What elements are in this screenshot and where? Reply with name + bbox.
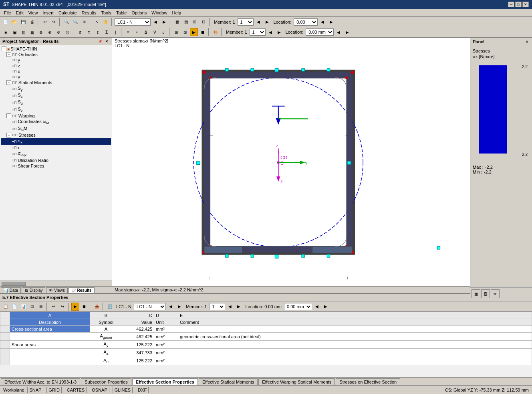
tb-zoom-in[interactable]: 🔍 xyxy=(62,18,71,26)
tree-item-sigma-eqv[interactable]: ○⊓ σeqv xyxy=(1,150,111,157)
tb2-icon10[interactable]: τ xyxy=(85,28,93,36)
tb-next-member[interactable]: ▶ xyxy=(263,18,271,26)
col-header-c[interactable]: C xyxy=(122,312,154,319)
panel-pin[interactable]: 📌 xyxy=(97,38,103,44)
col-header-e[interactable]: E xyxy=(178,312,532,319)
status-snap[interactable]: SNAP xyxy=(27,387,43,393)
panel-close-btn[interactable]: ✕ xyxy=(524,39,530,44)
tb2-location-combo[interactable]: 0.00 mm xyxy=(306,28,334,36)
tb-next-loc[interactable]: ▶ xyxy=(327,18,335,26)
tb-print[interactable]: 🖨 xyxy=(28,18,36,26)
bt-next-loc[interactable]: ▶ xyxy=(322,303,330,311)
maximize-button[interactable]: □ xyxy=(515,2,522,7)
tree-item-util[interactable]: ○⊓ Utilization Ratio xyxy=(1,158,111,163)
tb2-icon16[interactable]: Δ xyxy=(142,28,150,36)
status-osnap[interactable]: OSNAP xyxy=(90,387,109,393)
tree-item-z[interactable]: ○⊓ z xyxy=(1,63,111,69)
location-combo[interactable]: 0.00 xyxy=(294,18,318,26)
bt-member-combo[interactable]: 1 xyxy=(209,303,225,310)
tb-icon-b[interactable]: ▤ xyxy=(182,18,190,26)
bt-icon8[interactable]: ▶ xyxy=(71,303,79,311)
tb2-icon3[interactable]: ▥ xyxy=(19,28,27,36)
bt-prev-m[interactable]: ◀ xyxy=(226,303,234,311)
tree-item-sv[interactable]: ○⊓ Sv xyxy=(1,106,111,113)
tree-item-y[interactable]: ○⊓ y xyxy=(1,57,111,63)
menu-view[interactable]: View xyxy=(26,10,40,16)
hscroll-thumb[interactable] xyxy=(2,282,26,286)
tab-subsection[interactable]: Subsection Properties xyxy=(81,378,131,385)
tb-save[interactable]: 💾 xyxy=(19,18,27,26)
panel-close[interactable]: ✕ xyxy=(104,38,109,44)
tb-new[interactable]: 📄 xyxy=(2,18,10,26)
tb-prev-member[interactable]: ◀ xyxy=(254,18,262,26)
member-combo[interactable]: 1 xyxy=(238,18,254,26)
bt-location-combo[interactable]: 0.00 mm xyxy=(284,303,312,310)
expand-stresses[interactable]: − xyxy=(6,133,11,137)
bt-lc-combo[interactable]: LC1 - N xyxy=(134,303,166,310)
col-header-a[interactable]: A xyxy=(10,312,90,319)
tree-item-su[interactable]: ○⊓ Su xyxy=(1,99,111,106)
tb2-icon19[interactable]: ⊞ xyxy=(172,28,180,36)
tb-select[interactable]: ↖ xyxy=(93,18,101,26)
tb2-prev-m[interactable]: ◀ xyxy=(266,28,274,36)
bt-prev-lc[interactable]: ◀ xyxy=(167,303,175,311)
tree-item-stresses[interactable]: − ⊓⊓ Stresses xyxy=(1,132,111,138)
menu-window[interactable]: Window xyxy=(149,10,169,16)
bt-next-m[interactable]: ▶ xyxy=(235,303,243,311)
tree-item-shape-thin[interactable]: − ■ SHAPE-THIN xyxy=(1,46,111,52)
status-cartes[interactable]: CARTES xyxy=(65,387,87,393)
canvas-viewport[interactable]: CG C z y z xyxy=(112,49,470,286)
lc-combo[interactable]: LC1 - N xyxy=(115,18,151,26)
tree-item-v[interactable]: ○⊓ v xyxy=(1,74,111,80)
tb2-icon12[interactable]: Σ xyxy=(103,28,111,36)
expand-statical[interactable]: − xyxy=(6,80,11,85)
tb-icon-d[interactable]: ⊡ xyxy=(200,18,208,26)
tree-item-som[interactable]: ○⊓ SωM xyxy=(1,125,111,132)
bt-icon5[interactable]: ⊞ xyxy=(37,303,45,311)
tb2-member-combo[interactable]: 1 xyxy=(250,28,266,36)
title-bar-controls[interactable]: ─ □ ✕ xyxy=(508,2,529,7)
bt-icon4[interactable]: ⊡ xyxy=(28,303,36,311)
tab-eff-widths[interactable]: Effective Widths Acc. to EN 1993-1-3 xyxy=(1,378,80,385)
tb2-next-l[interactable]: ▶ xyxy=(343,28,351,36)
tab-eff-section[interactable]: Effective Section Properties xyxy=(132,378,198,385)
tb2-icon15[interactable]: ≈ xyxy=(133,28,141,36)
tb2-icon21[interactable]: ▶ xyxy=(190,28,198,36)
tb2-icon18[interactable]: ∂ xyxy=(159,28,167,36)
col-header-b[interactable]: B xyxy=(90,312,122,319)
tree-hscroll[interactable] xyxy=(0,281,112,286)
panel-icon-2[interactable]: 🖼 xyxy=(481,289,490,298)
bt-prev-loc[interactable]: ◀ xyxy=(313,303,321,311)
status-dxf[interactable]: DXF xyxy=(136,387,149,393)
close-button[interactable]: ✕ xyxy=(522,2,529,7)
tb-icon-c[interactable]: ⊞ xyxy=(191,18,199,26)
tree-item-ordinates[interactable]: − ⊓⊓ Ordinates xyxy=(1,52,111,57)
expand-shape-thin[interactable]: − xyxy=(2,46,6,51)
tb-next-lc[interactable]: ▶ xyxy=(160,18,168,26)
panel-icon-1[interactable]: ▦ xyxy=(472,289,480,298)
panel-icon-3[interactable]: ✏ xyxy=(491,289,500,298)
tree-item-sigma-x[interactable]: ●⊓ σx xyxy=(1,138,111,145)
menu-tools[interactable]: Tools xyxy=(99,10,114,16)
tb2-next-m[interactable]: ▶ xyxy=(275,28,283,36)
bt-next-lc[interactable]: ▶ xyxy=(175,303,183,311)
tree-item-u[interactable]: ○⊓ u xyxy=(1,69,111,74)
bt-icon2[interactable]: 📄 xyxy=(10,303,18,311)
tb2-icon23[interactable]: 🎨 xyxy=(212,28,220,36)
tab-results[interactable]: 📈 Results xyxy=(69,287,95,293)
tab-data[interactable]: 📊 Data xyxy=(1,287,21,293)
tab-display[interactable]: 🖥 Display xyxy=(22,287,46,293)
bt-icon9[interactable]: ⏹ xyxy=(80,303,88,311)
tb2-icon5[interactable]: ⊕ xyxy=(37,28,45,36)
status-grid[interactable]: GRID xyxy=(46,387,62,393)
tb-open[interactable]: 📂 xyxy=(10,18,18,26)
col-header-d[interactable]: D xyxy=(154,312,178,319)
menu-insert[interactable]: Insert xyxy=(40,10,56,16)
tree-item-coords-om[interactable]: ○⊓ Coordinates ωM xyxy=(1,119,111,125)
menu-options[interactable]: Options xyxy=(129,10,149,16)
tb2-icon20[interactable]: ⊠ xyxy=(181,28,189,36)
expand-ordinates[interactable]: − xyxy=(6,52,11,57)
tb-icon-a[interactable]: ▦ xyxy=(173,18,181,26)
bt-icon11[interactable]: 🔢 xyxy=(106,303,114,311)
status-glines[interactable]: GLINES xyxy=(113,387,133,393)
